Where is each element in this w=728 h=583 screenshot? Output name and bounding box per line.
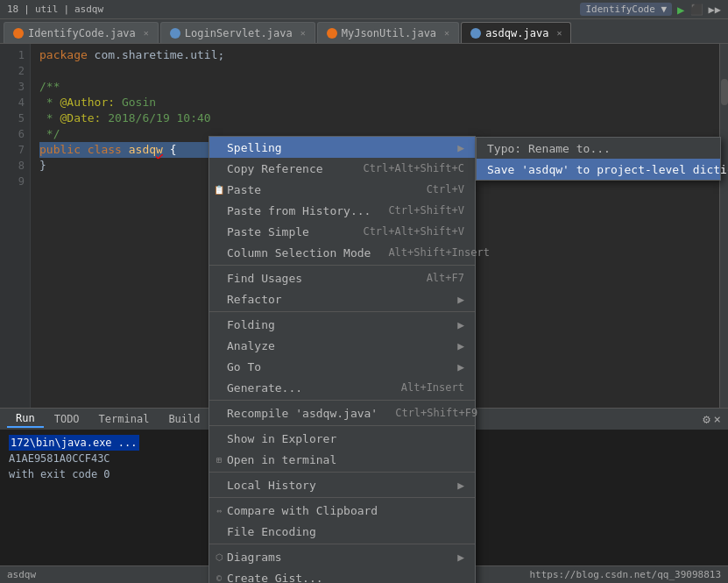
menu-item-generate[interactable]: Generate... Alt+Insert — [209, 377, 475, 398]
shortcut-copy-reference: Ctrl+Alt+Shift+C — [363, 162, 464, 174]
local-history-arrow-icon: ▶ — [457, 479, 464, 492]
debug-button[interactable]: ⬛ — [690, 4, 703, 16]
code-line-3: /** — [39, 79, 710, 95]
paste-icon: 📋 — [213, 183, 225, 196]
tab-identify[interactable]: IdentifyCode.java ✕ — [4, 22, 159, 43]
line-num-8: 8 — [0, 158, 25, 174]
line-num-2: 2 — [0, 63, 25, 79]
tab-close-asdqw[interactable]: ✕ — [556, 28, 562, 38]
menu-item-file-encoding[interactable]: File Encoding — [209, 521, 475, 542]
more-buttons: ▶▶ — [709, 4, 721, 16]
tab-todo[interactable]: TODO — [46, 411, 88, 427]
panel-right-icons: ⚙ × — [703, 412, 721, 426]
menu-label-copy-reference: Copy Reference — [227, 162, 323, 175]
submenu-save-dict[interactable]: Save 'asdqw' to project-level dictionary — [477, 159, 720, 180]
shortcut-paste: Ctrl+V — [427, 183, 464, 196]
close-panel-icon[interactable]: × — [714, 412, 721, 426]
tab-label-login: LoginServlet.java — [185, 27, 293, 39]
menu-label-show-explorer: Show in Explorer — [227, 432, 336, 445]
menu-item-copy-reference[interactable]: Copy Reference Ctrl+Alt+Shift+C — [209, 158, 475, 179]
tab-login[interactable]: LoginServlet.java ✕ — [160, 22, 315, 43]
menu-label-folding: Folding — [227, 318, 275, 331]
menu-label-file-encoding: File Encoding — [227, 525, 316, 538]
title-item-1: 18 — [7, 4, 18, 15]
menu-label-spelling: Spelling — [227, 141, 282, 154]
tab-label-identify: IdentifyCode.java — [28, 27, 136, 39]
refactor-arrow-icon: ▶ — [457, 293, 464, 306]
menu-label-go-to: Go To — [227, 360, 261, 373]
menu-item-paste[interactable]: 📋 Paste Ctrl+V — [209, 179, 475, 200]
menu-item-refactor[interactable]: Refactor ▶ — [209, 288, 475, 309]
tab-build[interactable]: Build — [159, 411, 209, 427]
line-num-9: 9 — [0, 174, 25, 189]
tab-myjson[interactable]: MyJsonUtil.java ✕ — [317, 22, 459, 43]
menu-item-diagrams[interactable]: ⬡ Diagrams ▶ — [209, 546, 475, 567]
status-url: https://blog.csdn.net/qq_39098813 — [529, 569, 721, 580]
line-num-7: 7 — [0, 142, 25, 158]
menu-item-show-explorer[interactable]: Show in Explorer — [209, 428, 475, 449]
tab-terminal[interactable]: Terminal — [90, 411, 159, 427]
title-item-3: asdqw — [74, 4, 103, 15]
code-line-1: package com.sharetime.util; — [39, 47, 710, 63]
separator-5 — [209, 472, 475, 473]
menu-label-create-gist: Create Gist... — [227, 572, 323, 584]
title-separator-1: | — [24, 4, 30, 15]
menu-item-column-selection[interactable]: Column Selection Mode Alt+Shift+Insert — [209, 242, 475, 263]
context-menu: Spelling ▶ Typo: Rename to... Save 'asdq… — [209, 136, 476, 583]
menu-item-folding[interactable]: Folding ▶ — [209, 314, 475, 335]
diagrams-arrow-icon: ▶ — [457, 551, 464, 564]
title-bar: 18 | util | asdqw IdentifyCode ▼ ▶ ⬛ ▶▶ — [0, 0, 728, 19]
menu-label-paste-simple: Paste Simple — [227, 225, 309, 238]
menu-item-go-to[interactable]: Go To ▶ — [209, 356, 475, 377]
menu-label-paste: Paste — [227, 183, 261, 196]
menu-item-spelling[interactable]: Spelling ▶ Typo: Rename to... Save 'asdq… — [209, 137, 475, 158]
submenu-typo-rename[interactable]: Typo: Rename to... — [477, 138, 720, 159]
menu-item-analyze[interactable]: Analyze ▶ — [209, 335, 475, 356]
tab-icon-myjson — [327, 28, 337, 39]
separator-6 — [209, 497, 475, 498]
title-item-2: util — [35, 4, 59, 15]
menu-label-local-history: Local History — [227, 479, 316, 492]
line-num-1: 1 — [0, 47, 25, 63]
tab-close-myjson[interactable]: ✕ — [444, 28, 449, 38]
title-separator-2: | — [63, 4, 69, 15]
menu-item-paste-history[interactable]: Paste from History... Ctrl+Shift+V — [209, 200, 475, 221]
separator-3 — [209, 400, 475, 401]
shortcut-paste-history: Ctrl+Shift+V — [388, 204, 464, 217]
menu-label-paste-history: Paste from History... — [227, 204, 371, 217]
separator-7 — [209, 544, 475, 544]
goto-arrow-icon: ▶ — [457, 360, 464, 373]
menu-item-create-gist[interactable]: © Create Gist... — [209, 567, 475, 583]
run-dropdown[interactable]: IdentifyCode ▼ — [580, 3, 672, 16]
shortcut-recompile: Ctrl+Shift+F9 — [395, 407, 477, 419]
shortcut-column-selection: Alt+Shift+Insert — [388, 246, 490, 259]
menu-label-compare-clipboard: Compare with Clipboard — [227, 504, 378, 517]
menu-item-paste-simple[interactable]: Paste Simple Ctrl+Alt+Shift+V — [209, 221, 475, 242]
tab-close-identify[interactable]: ✕ — [144, 28, 149, 38]
menu-item-local-history[interactable]: Local History ▶ — [209, 474, 475, 495]
code-line-2 — [39, 63, 710, 79]
menu-item-open-terminal[interactable]: ⊞ Open in terminal — [209, 449, 475, 470]
separator-1 — [209, 265, 475, 266]
tab-asdqw[interactable]: asdqw.java ✕ — [461, 22, 571, 43]
title-tab-label: asdqw — [74, 4, 103, 15]
spelling-submenu: Typo: Rename to... Save 'asdqw' to proje… — [476, 137, 721, 181]
menu-label-open-terminal: Open in terminal — [227, 453, 336, 466]
java-exe-highlight: 172\bin\java.exe ... — [9, 435, 139, 451]
code-line-5: * @Date: 2018/6/19 10:40 — [39, 110, 710, 126]
tab-icon-asdqw — [470, 28, 481, 39]
menu-label-recompile: Recompile 'asdqw.java' — [227, 407, 378, 420]
submenu-label-typo: Typo: Rename to... — [487, 142, 611, 155]
run-button[interactable]: ▶ — [677, 3, 684, 17]
settings-icon[interactable]: ⚙ — [703, 412, 710, 426]
tab-close-login[interactable]: ✕ — [300, 28, 306, 38]
code-line-4: * @Author: Gosin — [39, 95, 710, 110]
line-num-3: 3 — [0, 79, 25, 95]
menu-item-compare-clipboard[interactable]: ⇔ Compare with Clipboard — [209, 500, 475, 521]
analyze-arrow-icon: ▶ — [457, 339, 464, 352]
menu-item-find-usages[interactable]: Find Usages Alt+F7 — [209, 267, 475, 288]
menu-item-recompile[interactable]: Recompile 'asdqw.java' Ctrl+Shift+F9 — [209, 402, 475, 423]
terminal-icon: ⊞ — [213, 453, 225, 466]
tab-run[interactable]: Run — [7, 410, 44, 428]
menu-label-column-selection: Column Selection Mode — [227, 246, 371, 260]
